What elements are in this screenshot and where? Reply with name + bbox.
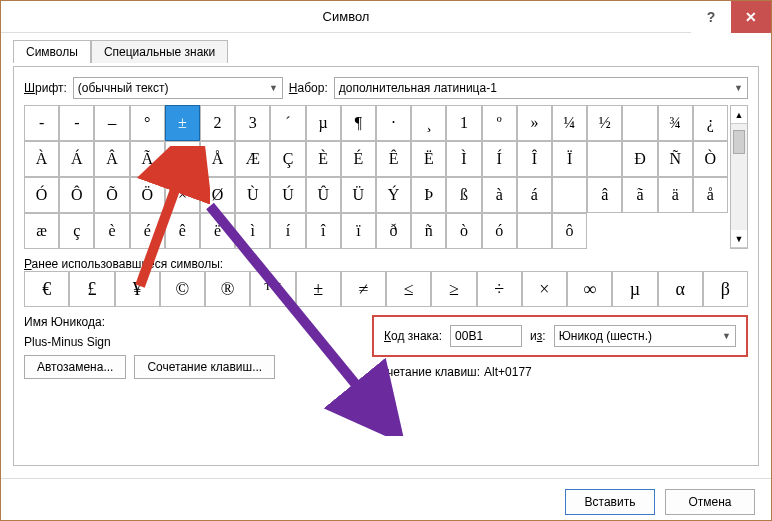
- grid-cell[interactable]: î: [306, 213, 341, 249]
- grid-cell[interactable]: ä: [658, 177, 693, 213]
- grid-cell[interactable]: ê: [165, 213, 200, 249]
- recent-cell[interactable]: ©: [160, 271, 205, 307]
- recent-cell[interactable]: ÷: [477, 271, 522, 307]
- grid-cell[interactable]: Ï: [552, 141, 587, 177]
- grid-cell[interactable]: [517, 213, 552, 249]
- grid-cell[interactable]: [622, 105, 657, 141]
- grid-cell[interactable]: ó: [482, 213, 517, 249]
- recent-cell[interactable]: ®: [205, 271, 250, 307]
- grid-cell[interactable]: ì: [235, 213, 270, 249]
- grid-cell[interactable]: æ: [24, 213, 59, 249]
- grid-cell[interactable]: ×: [165, 177, 200, 213]
- subset-select[interactable]: дополнительная латиница-1 ▼: [334, 77, 748, 99]
- grid-cell[interactable]: Ç: [270, 141, 305, 177]
- grid-cell[interactable]: ¶: [341, 105, 376, 141]
- autocorrect-button[interactable]: Автозамена...: [24, 355, 126, 379]
- grid-cell[interactable]: Ù: [235, 177, 270, 213]
- tab-symbols[interactable]: Символы: [13, 40, 91, 63]
- recent-cell[interactable]: €: [24, 271, 69, 307]
- grid-cell[interactable]: Î: [517, 141, 552, 177]
- grid-cell[interactable]: ô: [552, 213, 587, 249]
- grid-cell[interactable]: Õ: [94, 177, 129, 213]
- grid-cell[interactable]: á: [517, 177, 552, 213]
- grid-cell[interactable]: Â: [94, 141, 129, 177]
- code-input[interactable]: 00B1: [450, 325, 522, 347]
- recent-cell[interactable]: ≥: [431, 271, 476, 307]
- grid-cell[interactable]: Å: [200, 141, 235, 177]
- grid-cell[interactable]: Ê: [376, 141, 411, 177]
- help-button[interactable]: ?: [691, 1, 731, 33]
- cancel-button[interactable]: Отмена: [665, 489, 755, 515]
- grid-cell[interactable]: ñ: [411, 213, 446, 249]
- grid-cell[interactable]: Ü: [341, 177, 376, 213]
- grid-cell[interactable]: Ó: [24, 177, 59, 213]
- grid-cell[interactable]: -: [59, 105, 94, 141]
- grid-cell[interactable]: Ú: [270, 177, 305, 213]
- grid-cell[interactable]: µ: [306, 105, 341, 141]
- grid-cell[interactable]: ±: [165, 105, 200, 141]
- scroll-thumb[interactable]: [733, 130, 745, 154]
- grid-cell[interactable]: ‒: [94, 105, 129, 141]
- shortcut-button[interactable]: Сочетание клавиш...: [134, 355, 275, 379]
- grid-cell[interactable]: [552, 177, 587, 213]
- from-select[interactable]: Юникод (шестн.) ▼: [554, 325, 736, 347]
- recent-cell[interactable]: ≤: [386, 271, 431, 307]
- grid-cell[interactable]: ð: [376, 213, 411, 249]
- recent-cell[interactable]: ™: [250, 271, 295, 307]
- grid-cell[interactable]: è: [94, 213, 129, 249]
- grid-cell[interactable]: É: [341, 141, 376, 177]
- grid-cell[interactable]: Ý: [376, 177, 411, 213]
- grid-cell[interactable]: Þ: [411, 177, 446, 213]
- grid-cell[interactable]: 3: [235, 105, 270, 141]
- grid-cell[interactable]: ç: [59, 213, 94, 249]
- grid-cell[interactable]: ë: [200, 213, 235, 249]
- recent-cell[interactable]: β: [703, 271, 748, 307]
- scroll-down-button[interactable]: ▼: [731, 230, 747, 248]
- grid-cell[interactable]: â: [587, 177, 622, 213]
- grid-cell[interactable]: Á: [59, 141, 94, 177]
- scroll-track[interactable]: [731, 124, 747, 230]
- grid-cell[interactable]: È: [306, 141, 341, 177]
- recent-cell[interactable]: α: [658, 271, 703, 307]
- recent-grid[interactable]: €£¥©®™±≠≤≥÷×∞µαβ: [24, 271, 748, 307]
- grid-cell[interactable]: ´: [270, 105, 305, 141]
- grid-cell[interactable]: 1: [446, 105, 481, 141]
- grid-cell[interactable]: -: [24, 105, 59, 141]
- grid-cell[interactable]: Û: [306, 177, 341, 213]
- font-select[interactable]: (обычный текст) ▼: [73, 77, 283, 99]
- grid-cell[interactable]: ¼: [552, 105, 587, 141]
- grid-cell[interactable]: ß: [446, 177, 481, 213]
- grid-cell[interactable]: ï: [341, 213, 376, 249]
- recent-cell[interactable]: ≠: [341, 271, 386, 307]
- grid-cell[interactable]: Ì: [446, 141, 481, 177]
- grid-cell[interactable]: °: [130, 105, 165, 141]
- recent-cell[interactable]: ∞: [567, 271, 612, 307]
- grid-cell[interactable]: Ä: [165, 141, 200, 177]
- grid-cell[interactable]: Ô: [59, 177, 94, 213]
- grid-cell[interactable]: ò: [446, 213, 481, 249]
- grid-cell[interactable]: Ã: [130, 141, 165, 177]
- grid-cell[interactable]: Ò: [693, 141, 728, 177]
- grid-cell[interactable]: º: [482, 105, 517, 141]
- recent-cell[interactable]: ×: [522, 271, 567, 307]
- grid-cell[interactable]: 2: [200, 105, 235, 141]
- grid-cell[interactable]: Ð: [622, 141, 657, 177]
- grid-cell[interactable]: à: [482, 177, 517, 213]
- grid-cell[interactable]: ¿: [693, 105, 728, 141]
- grid-cell[interactable]: Ø: [200, 177, 235, 213]
- grid-cell[interactable]: ã: [622, 177, 657, 213]
- symbol-grid[interactable]: --‒°±23´µ¶·¸1º»¼½¾¿ÀÁÂÃÄÅÆÇÈÉÊËÌÍÎÏÐÑÒÓÔ…: [24, 105, 728, 249]
- grid-cell[interactable]: [587, 141, 622, 177]
- recent-cell[interactable]: µ: [612, 271, 657, 307]
- scrollbar[interactable]: ▲ ▼: [730, 105, 748, 249]
- grid-cell[interactable]: å: [693, 177, 728, 213]
- close-button[interactable]: ✕: [731, 1, 771, 33]
- grid-cell[interactable]: ·: [376, 105, 411, 141]
- insert-button[interactable]: Вставить: [565, 489, 655, 515]
- grid-cell[interactable]: é: [130, 213, 165, 249]
- grid-cell[interactable]: Ë: [411, 141, 446, 177]
- grid-cell[interactable]: ½: [587, 105, 622, 141]
- grid-cell[interactable]: »: [517, 105, 552, 141]
- grid-cell[interactable]: ¸: [411, 105, 446, 141]
- recent-cell[interactable]: £: [69, 271, 114, 307]
